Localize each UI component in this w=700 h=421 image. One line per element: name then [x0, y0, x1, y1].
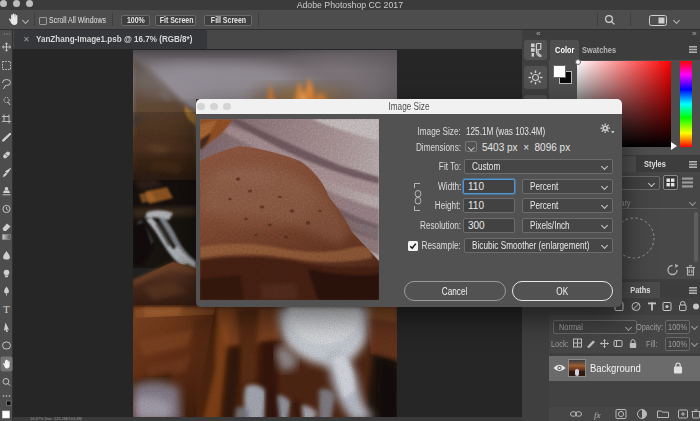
- svg-text:T: T: [3, 303, 10, 315]
- svg-text:fx: fx: [594, 410, 601, 420]
